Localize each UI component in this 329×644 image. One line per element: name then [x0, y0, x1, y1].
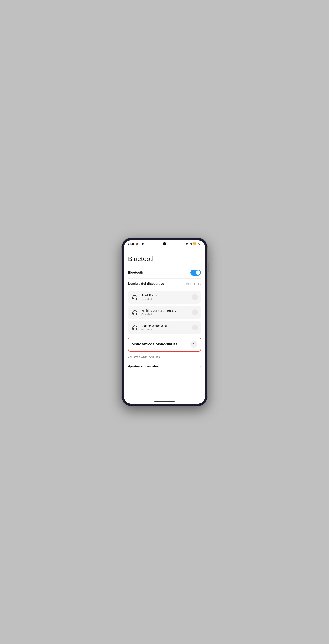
x-icon: ✕ — [189, 242, 192, 245]
back-arrow-icon[interactable]: ← — [128, 249, 132, 254]
phone-frame: 14:21 🔕 ↑ M ✱ ✕ 📶 77 ← Bluetooth — [121, 238, 208, 406]
device-status-nothing: Guardado — [141, 313, 189, 316]
device-name-value-area: POCO F4 › — [186, 282, 201, 286]
device-icon-ford — [131, 294, 139, 301]
home-bar[interactable] — [154, 402, 175, 402]
phone-screen: 14:21 🔕 ↑ M ✱ ✕ 📶 77 ← Bluetooth — [124, 240, 205, 404]
device-info-ford: Ford Focus Guardado — [141, 294, 189, 300]
gmail-icon: M — [142, 243, 144, 245]
device-name-label: Nombre del dispositivo — [128, 282, 164, 286]
bluetooth-status-icon: ✱ — [185, 242, 188, 246]
status-time-area: 14:21 🔕 ↑ M — [128, 242, 144, 245]
device-info-nothing: Nothing ear (1) de Beatriz Guardado — [141, 309, 189, 316]
alarm-icon: 🔕 — [135, 242, 138, 245]
list-item[interactable]: realme Watch 3-31B9 Guardado › — [128, 321, 201, 334]
list-item[interactable]: Ford Focus Guardado › — [128, 290, 201, 304]
device-title-ford: Ford Focus — [141, 294, 189, 297]
device-icon-realme — [131, 324, 139, 331]
device-chevron-ford[interactable]: › — [192, 294, 198, 300]
device-status-realme: Guardado — [141, 328, 189, 331]
battery-display: 77 — [197, 242, 201, 246]
device-chevron-nothing[interactable]: › — [192, 310, 198, 315]
upload-icon: ↑ — [139, 242, 141, 245]
toggle-knob — [196, 270, 201, 275]
page-title: Bluetooth — [128, 255, 201, 263]
bluetooth-toggle[interactable] — [190, 270, 201, 276]
device-chevron-realme[interactable]: › — [192, 325, 198, 330]
available-devices-section[interactable]: DISPOSITIVOS DISPONIBLES ↻ — [128, 336, 201, 352]
additional-section-header: AJUSTES ADICIONALES — [128, 356, 201, 359]
bluetooth-label: Bluetooth — [128, 271, 143, 274]
additional-settings-label: Ajustes adicionales — [128, 364, 159, 368]
status-icons: ✱ ✕ 📶 77 — [185, 242, 201, 246]
available-devices-label: DISPOSITIVOS DISPONIBLES — [132, 342, 178, 346]
headphones-icon — [132, 325, 138, 330]
additional-settings-row[interactable]: Ajustes adicionales › — [128, 361, 201, 372]
device-name-row[interactable]: Nombre del dispositivo POCO F4 › — [128, 278, 201, 289]
main-content: ← Bluetooth Bluetooth Nombre del disposi… — [124, 247, 205, 399]
device-icon-nothing — [131, 309, 139, 316]
device-title-nothing: Nothing ear (1) de Beatriz — [141, 309, 189, 312]
status-bar: 14:21 🔕 ↑ M ✱ ✕ 📶 77 — [124, 240, 205, 247]
camera-notch — [163, 242, 166, 245]
list-item[interactable]: Nothing ear (1) de Beatriz Guardado › — [128, 306, 201, 319]
refresh-button[interactable]: ↻ — [190, 341, 197, 348]
wifi-icon: 📶 — [193, 242, 196, 246]
device-name-chevron: › — [200, 282, 201, 286]
headphones-icon — [132, 310, 138, 315]
additional-settings-section: AJUSTES ADICIONALES Ajustes adicionales … — [128, 356, 201, 372]
paired-devices-list: Ford Focus Guardado › Nothing ear (1) de… — [128, 290, 201, 334]
bluetooth-toggle-row: Bluetooth — [128, 267, 201, 278]
device-name-value: POCO F4 — [186, 282, 199, 286]
back-button[interactable]: ← — [128, 247, 201, 255]
additional-settings-chevron: › — [200, 364, 201, 368]
headphones-icon — [132, 294, 138, 300]
device-status-ford: Guardado — [141, 298, 189, 300]
refresh-icon: ↻ — [192, 342, 196, 346]
device-info-realme: realme Watch 3-31B9 Guardado — [141, 324, 189, 331]
device-title-realme: realme Watch 3-31B9 — [141, 324, 189, 328]
home-indicator — [124, 399, 205, 404]
time-display: 14:21 — [128, 242, 134, 245]
